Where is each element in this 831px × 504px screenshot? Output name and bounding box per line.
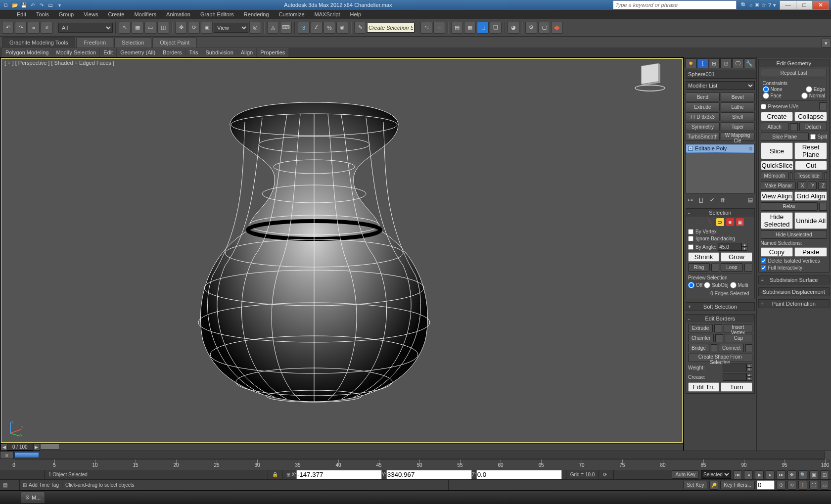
- mod-symmetry-button[interactable]: Symmetry: [686, 122, 720, 131]
- coord-z-input[interactable]: [476, 470, 562, 479]
- menu-grapheditors[interactable]: Graph Editors: [200, 11, 234, 17]
- grow-button[interactable]: Grow: [721, 252, 752, 262]
- tessellate-button[interactable]: Tessellate: [794, 172, 823, 180]
- cut-button[interactable]: Cut: [795, 161, 827, 170]
- full-interactivity-checkbox[interactable]: Full Interactivity: [761, 265, 827, 271]
- nav-zoom-icon[interactable]: 🔍: [798, 470, 807, 479]
- grid-align-button[interactable]: Grid Align: [794, 191, 827, 201]
- ribbon-borders[interactable]: Borders: [159, 48, 185, 57]
- ring-button[interactable]: Ring: [688, 263, 710, 272]
- constraint-edge-radio[interactable]: Edge: [806, 86, 825, 92]
- exchange-icon[interactable]: ✖: [755, 2, 759, 8]
- mod-turbosmooth-button[interactable]: TurboSmooth: [686, 132, 720, 141]
- pivot-center-icon[interactable]: ◎: [249, 22, 261, 34]
- mod-shell-button[interactable]: Shell: [721, 112, 755, 121]
- constraint-none-radio[interactable]: None: [763, 86, 783, 92]
- key-icon[interactable]: 🔑: [709, 481, 718, 490]
- copy-sel-button[interactable]: Copy: [761, 247, 793, 257]
- menu-tools[interactable]: Tools: [36, 11, 49, 17]
- goto-start-icon[interactable]: ⏮: [733, 470, 742, 479]
- vertex-mode-icon[interactable]: ∴: [696, 218, 704, 226]
- make-unique-icon[interactable]: ✔: [708, 196, 715, 203]
- nav-fov-icon[interactable]: ▣: [809, 470, 818, 479]
- named-selection-input[interactable]: [367, 23, 415, 33]
- loop-button[interactable]: Loop: [721, 263, 742, 272]
- viewport-hscroll[interactable]: ◀ 0 / 100 ▶: [0, 443, 683, 450]
- split-checkbox[interactable]: Split: [810, 134, 827, 139]
- dropdown-icon[interactable]: ▾: [773, 2, 776, 8]
- time-slider-track[interactable]: [14, 452, 825, 458]
- material-editor-icon[interactable]: ◕: [508, 22, 519, 34]
- tessellate-settings-icon[interactable]: [825, 172, 827, 180]
- modifier-list-select[interactable]: Modifier List: [686, 81, 755, 90]
- ribbon-geometry-all[interactable]: Geometry (All): [117, 48, 159, 57]
- menu-create[interactable]: Create: [108, 11, 124, 17]
- nav-walk-icon[interactable]: 🚶: [798, 481, 807, 490]
- current-frame-input[interactable]: [757, 480, 775, 490]
- preserve-uvs-checkbox[interactable]: Preserve UVs: [761, 104, 799, 109]
- menu-maxscript[interactable]: MAXScript: [315, 11, 340, 17]
- mod-bevel-button[interactable]: Bevel: [721, 92, 755, 101]
- menu-edit[interactable]: Edit: [17, 11, 26, 17]
- hide-unselected-button[interactable]: Hide Unselected: [761, 230, 827, 239]
- rollout-selection-header[interactable]: -Selection: [686, 209, 754, 217]
- scroll-left-icon[interactable]: ◀: [0, 444, 7, 451]
- spinner-snap-icon[interactable]: ◉: [336, 22, 348, 34]
- planar-y-button[interactable]: Y: [808, 182, 817, 190]
- bridge-button[interactable]: Bridge: [688, 344, 709, 352]
- manipulate-icon[interactable]: ◬: [267, 22, 279, 34]
- tab-display-icon[interactable]: 🖵: [732, 58, 743, 68]
- extrude-settings-icon[interactable]: [714, 324, 722, 332]
- detach-button[interactable]: Detach: [799, 123, 827, 131]
- scale-icon[interactable]: ▣: [201, 22, 213, 34]
- selection-filter[interactable]: All: [58, 23, 113, 33]
- tab-modify-icon[interactable]: ⟆: [697, 58, 708, 68]
- edit-tri-button[interactable]: Edit Tri.: [688, 382, 719, 392]
- align-icon[interactable]: ≡: [433, 22, 445, 34]
- keyboard-shortcut-icon[interactable]: ⌨: [280, 22, 292, 34]
- menu-rendering[interactable]: Rendering: [244, 11, 269, 17]
- msmooth-button[interactable]: MSmooth: [761, 172, 789, 180]
- stack-editable-poly[interactable]: + Editable Poly ⟃: [686, 144, 754, 153]
- planar-x-button[interactable]: X: [797, 182, 806, 190]
- link-icon[interactable]: ≈: [28, 22, 40, 34]
- scroll-thumb[interactable]: [40, 444, 60, 450]
- time-config-icon[interactable]: ≡: [0, 451, 14, 459]
- goto-end-icon[interactable]: ⏭: [777, 470, 785, 479]
- maximize-button[interactable]: □: [796, 0, 813, 10]
- weight-spinner[interactable]: ▲▼: [723, 364, 752, 371]
- nav-region-icon[interactable]: ▭: [820, 481, 829, 490]
- select-icon[interactable]: ↖: [119, 22, 131, 34]
- snap-toggle-icon[interactable]: 3: [298, 22, 310, 34]
- element-mode-icon[interactable]: ▣: [736, 218, 744, 226]
- scroll-right-icon[interactable]: ▶: [33, 444, 40, 451]
- nav-orbit-icon[interactable]: ⟲: [787, 481, 796, 490]
- key-filters-button[interactable]: Key Filters...: [720, 481, 755, 489]
- percent-snap-icon[interactable]: %: [323, 22, 335, 34]
- render-frame-icon[interactable]: 🖵: [538, 22, 550, 34]
- rollout-paint-def-header[interactable]: +Paint Deformation: [759, 300, 829, 308]
- taskbar-app[interactable]: ⊙ M...: [21, 492, 45, 504]
- ignore-backfacing-checkbox[interactable]: Ignore Backfacing: [688, 236, 752, 241]
- ribbon-tab-freeform[interactable]: Freeform: [76, 37, 113, 47]
- preserve-uvs-settings-icon[interactable]: [819, 102, 827, 110]
- window-crossing-icon[interactable]: ◫: [157, 22, 169, 34]
- ribbon-tab-graphite[interactable]: Graphite Modeling Tools: [2, 37, 75, 47]
- by-angle-spinner[interactable]: ▲▼: [718, 243, 747, 251]
- delete-mod-icon[interactable]: 🗑: [719, 196, 726, 203]
- help-icon[interactable]: ?: [768, 2, 771, 8]
- relax-button[interactable]: Relax: [761, 202, 818, 211]
- modifier-stack[interactable]: + Editable Poly ⟃: [686, 144, 755, 193]
- rollout-edit-geometry-header[interactable]: -Edit Geometry: [759, 59, 829, 67]
- tab-create-icon[interactable]: ✹: [685, 58, 696, 68]
- shrink-button[interactable]: Shrink: [688, 252, 719, 262]
- key-mode-select[interactable]: Selected: [701, 470, 731, 479]
- ribbon-min-icon[interactable]: ▾: [821, 39, 831, 47]
- unhide-all-button[interactable]: Unhide All: [794, 212, 827, 229]
- redo-icon[interactable]: ↷: [15, 22, 27, 34]
- mod-uvmap-button[interactable]: W Mapping Cle: [721, 132, 755, 141]
- lock-icon[interactable]: 🔒: [268, 470, 282, 479]
- delete-iso-checkbox[interactable]: Delete Isolated Vertices: [761, 258, 827, 264]
- attach-button[interactable]: Attach: [761, 123, 788, 131]
- create-shape-button[interactable]: Create Shape From Selection: [688, 354, 752, 362]
